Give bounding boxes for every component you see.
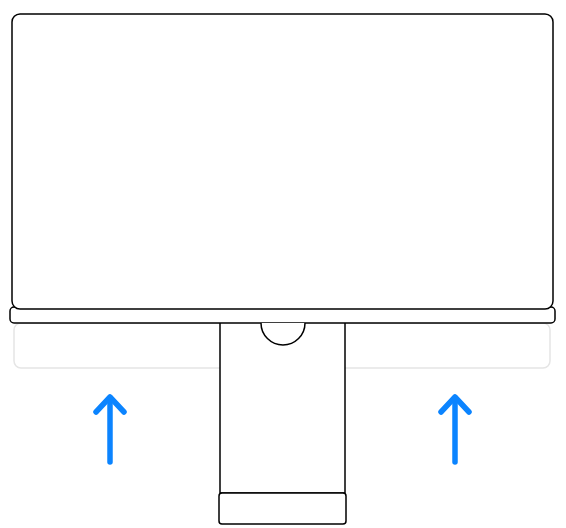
up-arrow-left-icon: [96, 397, 124, 462]
monitor-display: [10, 14, 555, 345]
diagram-svg: [0, 0, 566, 528]
monitor-adjustment-diagram: [0, 0, 566, 528]
up-arrow-right-icon: [441, 397, 469, 462]
monitor-stand: [219, 318, 346, 524]
svg-rect-4: [12, 14, 553, 309]
svg-rect-2: [219, 493, 346, 524]
